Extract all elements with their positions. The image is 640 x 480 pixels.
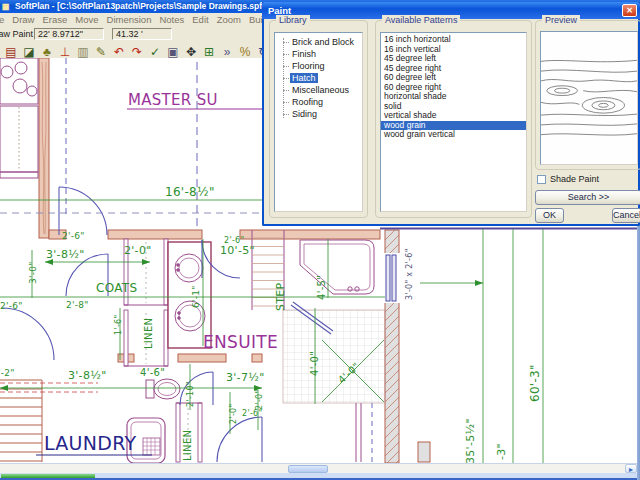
library-item-label[interactable]: Finish	[290, 49, 318, 59]
plan-label: COATS	[96, 281, 137, 295]
library-group: Library Brick and BlockFinishFlooringHat…	[269, 20, 368, 218]
library-item-label[interactable]: Miscellaneous	[290, 85, 351, 95]
plan-label: 3'-7½"	[226, 371, 265, 384]
plan-label: 3'-8½"	[68, 369, 107, 382]
plan-label: 35'-5½"	[464, 418, 477, 463]
library-group-label: Library	[276, 15, 310, 25]
library-item[interactable]: Finish	[275, 48, 362, 60]
plan-label: 3'-0" x 2'-6"	[405, 248, 414, 300]
library-item-label[interactable]: Flooring	[290, 61, 327, 71]
library-item[interactable]: Siding	[275, 108, 362, 120]
plan-label: 4'-5"	[316, 275, 327, 300]
paint-dialog: Paint ✕ Library Brick and BlockFinishFlo…	[262, 2, 640, 226]
plan-label: LAUNDRY	[44, 432, 137, 454]
library-item[interactable]: Hatch	[275, 72, 362, 84]
plan-label: -3"	[495, 443, 508, 460]
plan-label: 2'-0"	[255, 390, 264, 410]
patterns-group-label: Available Patterns	[382, 15, 460, 25]
library-item[interactable]: Miscellaneous	[275, 84, 362, 96]
menu-move[interactable]: Move	[71, 13, 102, 26]
library-item-label[interactable]: Roofing	[290, 97, 325, 107]
patterns-group: Available Patterns 16 inch horizontal16 …	[375, 20, 532, 218]
cancel-button[interactable]: Cancel	[612, 208, 640, 223]
preview-group-label: Preview	[542, 15, 580, 25]
plan-label: 2'-6"	[62, 231, 85, 241]
close-icon[interactable]: ✕	[622, 4, 637, 17]
menu-draw[interactable]: Draw	[8, 13, 38, 26]
plan-label: 6'-1"	[191, 285, 201, 308]
library-item-label[interactable]: Hatch	[290, 73, 318, 83]
menu-edit[interactable]: Edit	[188, 13, 212, 26]
coordinate-field[interactable]: 22' 8.9712"	[34, 28, 104, 40]
window-symbol	[384, 253, 400, 303]
plan-label: LINEN	[143, 318, 154, 349]
search-button[interactable]: Search >>	[535, 190, 640, 205]
menu-zoom[interactable]: Zoom	[213, 13, 245, 26]
plan-label: 4'-0"	[309, 351, 320, 376]
preview-group: Preview	[535, 20, 640, 170]
plan-label: STEP	[274, 282, 287, 311]
angle-field[interactable]: 41.32 '	[112, 28, 172, 40]
pattern-preview	[540, 31, 638, 165]
menu-notes[interactable]: Notes	[155, 13, 188, 26]
menu-file[interactable]: File	[0, 13, 8, 26]
plan-label: 60'-3"	[528, 364, 542, 402]
plan-label: 2'-6"	[0, 301, 23, 311]
plan-label: ENSUITE	[203, 332, 278, 352]
wood-grain-preview-drawing	[541, 32, 637, 164]
plan-label: 2'-0"	[124, 244, 152, 257]
scroll-right-arrow-icon[interactable]: ▸	[625, 464, 637, 473]
app-icon: ▦	[2, 0, 12, 13]
horizontal-scrollbar[interactable]: ▸	[0, 463, 640, 473]
library-item[interactable]: Roofing	[275, 96, 362, 108]
tile-layer	[283, 310, 385, 403]
window-title: SoftPlan - [C:\SoftPlan13patch\Projects\…	[15, 1, 269, 11]
plan-label: 3'-8½"	[46, 248, 85, 261]
progress-bar	[1, 474, 95, 478]
shade-paint-checkbox[interactable]	[537, 175, 546, 184]
patterns-listbox[interactable]: 16 inch horizontal16 inch vertical45 deg…	[380, 32, 527, 212]
plan-label: 1'-6"	[114, 315, 123, 335]
menu-dimension[interactable]: Dimension	[103, 13, 156, 26]
shade-paint-label: Shade Paint	[550, 174, 599, 184]
plan-label: 2'-0"	[229, 404, 238, 424]
library-listbox[interactable]: Brick and BlockFinishFlooringHatchMiscel…	[274, 32, 363, 212]
library-item[interactable]: Flooring	[275, 60, 362, 72]
plan-label: 10'-5"	[220, 244, 255, 257]
softplan-window: ▦SoftPlan - [C:\SoftPlan13patch\Projects…	[0, 0, 640, 480]
plan-label: LINEN	[182, 430, 193, 461]
scrollbar-thumb[interactable]	[288, 465, 328, 473]
plan-label: 2'-6"	[242, 409, 262, 418]
library-item-label[interactable]: Siding	[290, 109, 319, 119]
ok-button[interactable]: OK	[535, 208, 564, 223]
plan-label: 2'-10"	[186, 381, 195, 407]
plan-label: 3'-2"	[0, 368, 15, 378]
library-item-label[interactable]: Brick and Block	[290, 37, 356, 47]
plan-label: 3'-0"	[28, 261, 38, 284]
menu-erase[interactable]: Erase	[38, 13, 71, 26]
status-bar	[0, 473, 640, 480]
plan-label: MASTER SU	[128, 91, 218, 109]
plan-label: 2'-8"	[66, 300, 89, 310]
mode-label: Draw Paint	[0, 29, 33, 39]
plan-label: 16'-8½"	[165, 185, 215, 199]
plan-label: 4'-6"	[140, 367, 165, 378]
pattern-item[interactable]: wood grain vertical	[381, 130, 526, 140]
pattern-item[interactable]: horizontal shade	[381, 92, 526, 102]
library-item[interactable]: Brick and Block	[275, 36, 362, 48]
shade-paint-row: Shade Paint	[537, 174, 599, 185]
